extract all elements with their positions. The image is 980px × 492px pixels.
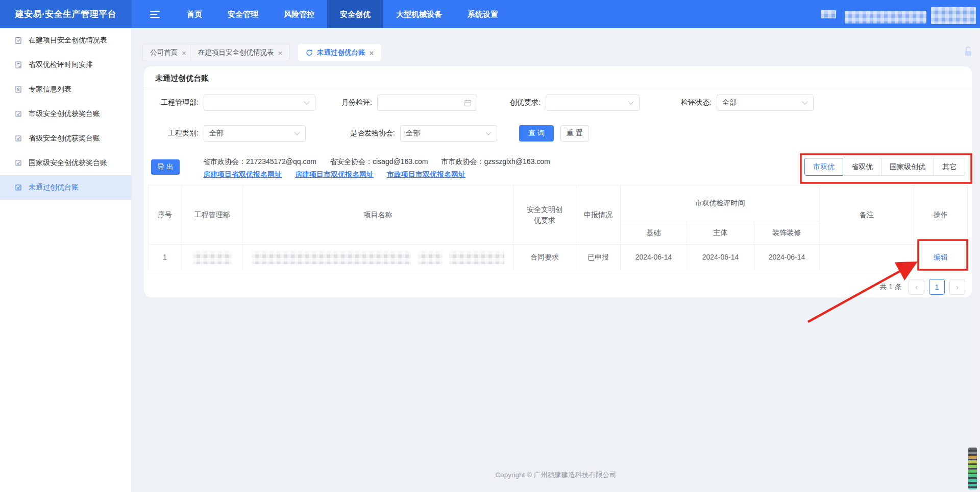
link-province-shuangyou-housing[interactable]: 房建项目省双优报名网址 — [203, 170, 282, 179]
nav-item-home[interactable]: 首页 — [174, 0, 215, 28]
category-tab-national[interactable]: 国家级创优 — [881, 158, 934, 176]
table-row: 1 合同要求 已申报 2024-06-14 2024-06-14 2024-06… — [149, 245, 968, 270]
redacted-dept — [193, 251, 232, 264]
sidebar-item-label: 国家级安全创优获奖台账 — [29, 158, 107, 168]
cell-main-date: 2024-06-14 — [687, 245, 754, 270]
nav-item-safety-management[interactable]: 安全管理 — [215, 0, 271, 28]
sent-to-association-select[interactable]: 全部 — [400, 125, 497, 142]
expert-doc-icon — [14, 85, 22, 93]
cell-project — [243, 245, 513, 270]
filter-label: 工程类别: — [155, 129, 199, 138]
chevron-down-icon — [628, 99, 633, 104]
link-city-shuangyou-municipal[interactable]: 市政项目市双优报名网址 — [387, 170, 465, 179]
edit-link[interactable]: 编辑 — [934, 253, 948, 261]
filter-month: 月份检评: — [324, 95, 477, 111]
refresh-icon[interactable] — [306, 49, 313, 56]
filter-sent-to-association: 是否发给协会: 全部 — [331, 125, 497, 142]
tab-label: 公司首页 — [150, 48, 178, 57]
link-city-shuangyou-housing[interactable]: 房建项目市双优报名网址 — [295, 170, 374, 179]
col-header-main: 主体 — [687, 221, 754, 245]
col-header-remark: 备注 — [820, 185, 914, 245]
tab-company-home[interactable]: 公司首页 × — [142, 44, 194, 61]
close-icon[interactable]: × — [370, 49, 374, 57]
sidebar-item-project-excellence-status[interactable]: 在建项目安全创优情况表 — [0, 28, 131, 53]
cell-remark — [820, 245, 914, 270]
filter-label: 创优要求: — [497, 98, 541, 107]
filter-requirement: 创优要求: — [497, 95, 640, 111]
nav-item-risk-control[interactable]: 风险管控 — [271, 0, 327, 28]
redacted-user-name[interactable] — [845, 11, 926, 24]
browser-extension-widget[interactable] — [968, 448, 977, 489]
nav-item-system-settings[interactable]: 系统设置 — [455, 0, 511, 28]
ledger-table: 序号 工程管理部 项目名称 安全文明创优要求 申报情况 市双优检评时间 备注 操… — [148, 185, 968, 270]
cell-base-date: 2024-06-14 — [621, 245, 687, 270]
filter-label: 工程管理部: — [155, 98, 199, 107]
nav-item-large-machinery[interactable]: 大型机械设备 — [383, 0, 455, 28]
tab-project-excellence-status[interactable]: 在建项目安全创优情况表 × — [190, 44, 290, 61]
redacted-project-name — [418, 251, 443, 264]
col-header-requirement: 安全文明创优要求 — [513, 185, 576, 245]
col-header-action: 操作 — [914, 185, 968, 245]
scrollbar-track[interactable] — [972, 28, 980, 492]
sidebar-item-review-schedule[interactable]: 省双优检评时间安排 — [0, 53, 131, 77]
tab-bar: 公司首页 × 在建项目安全创优情况表 × 未通过创优台账 × — [132, 28, 980, 61]
filter-label: 是否发给协会: — [331, 129, 395, 138]
reset-button[interactable]: 重 置 — [560, 125, 589, 142]
main-area: 公司首页 × 在建项目安全创优情况表 × 未通过创优台账 × 未通过创优台账 — [132, 28, 980, 492]
redacted-user-avatar[interactable] — [931, 7, 976, 24]
filter-dept: 工程管理部: — [155, 95, 315, 111]
pagination-prev-icon[interactable]: ‹ — [909, 279, 924, 295]
dept-select[interactable] — [204, 95, 315, 111]
schedule-doc-icon — [14, 61, 22, 69]
col-header-review-time-group: 市双优检评时间 — [621, 185, 820, 221]
nav-item-safety-excellence[interactable]: 安全创优 — [327, 0, 383, 28]
redacted-user-badge — [821, 10, 836, 18]
filter-review-status: 检评状态: 全部 — [668, 95, 814, 111]
sidebar-item-label: 在建项目安全创优情况表 — [29, 36, 107, 45]
close-icon[interactable]: × — [278, 49, 283, 57]
email-provincial-municipal: 省市政协会：2172345172@qq.com — [203, 157, 316, 167]
divider — [144, 89, 972, 89]
col-header-project: 项目名称 — [243, 185, 513, 245]
month-date-input[interactable] — [377, 95, 477, 111]
registration-links: 房建项目省双优报名网址 房建项目市双优报名网址 市政项目市双优报名网址 — [203, 170, 465, 179]
pagination-page-1[interactable]: 1 — [929, 279, 945, 295]
filter-label: 月份检评: — [324, 98, 372, 107]
calendar-icon — [464, 99, 472, 107]
collapse-sidebar-icon[interactable] — [150, 11, 160, 18]
category-tab-other[interactable]: 其它 — [934, 158, 965, 176]
clipboard-check-icon — [14, 36, 22, 44]
cell-requirement: 合同要求 — [513, 245, 576, 270]
close-icon[interactable]: × — [182, 49, 186, 57]
sidebar-item-city-award-ledger[interactable]: 市级安全创优获奖台账 — [0, 102, 131, 126]
ledger-check-icon — [14, 159, 22, 167]
col-header-base: 基础 — [621, 221, 687, 245]
tab-failed-excellence-ledger[interactable]: 未通过创优台账 × — [298, 44, 381, 61]
col-header-dept: 工程管理部 — [182, 185, 243, 245]
chevron-down-icon — [294, 129, 300, 135]
sidebar-item-expert-list[interactable]: 专家信息列表 — [0, 77, 131, 102]
pagination: 共 1 条 ‹ 1 › — [879, 279, 965, 295]
top-nav: 首页 安全管理 风险管控 安全创优 大型机械设备 系统设置 — [174, 0, 511, 28]
ledger-check-icon — [14, 110, 22, 118]
project-type-select[interactable]: 全部 — [204, 125, 306, 142]
pagination-next-icon[interactable]: › — [949, 279, 965, 295]
category-tab-province-shuangyou[interactable]: 省双优 — [843, 158, 881, 176]
col-header-decoration: 装饰装修 — [754, 221, 820, 245]
col-header-apply-status: 申报情况 — [576, 185, 621, 245]
category-tab-city-shuangyou[interactable]: 市双优 — [804, 158, 843, 176]
export-button[interactable]: 导 出 — [151, 159, 180, 175]
review-status-select[interactable]: 全部 — [717, 95, 814, 111]
select-value: 全部 — [406, 129, 420, 138]
email-city-municipal: 市市政协会：gzsszglxh@163.com — [441, 157, 550, 167]
requirement-select[interactable] — [546, 95, 640, 111]
sidebar-item-national-award-ledger[interactable]: 国家级安全创优获奖台账 — [0, 151, 131, 175]
cell-index: 1 — [149, 245, 182, 270]
sidebar-item-province-award-ledger[interactable]: 省级安全创优获奖台账 — [0, 126, 131, 151]
sidebar-item-failed-excellence-ledger[interactable]: 未通过创优台账 — [0, 175, 131, 200]
footer-copyright: Copyright © 广州穗建建造科技有限公司 — [132, 471, 980, 480]
chevron-down-icon — [485, 129, 491, 135]
sidebar-item-label: 省双优检评时间安排 — [29, 60, 93, 69]
sidebar-item-label: 市级安全创优获奖台账 — [29, 109, 100, 119]
search-button[interactable]: 查 询 — [519, 125, 554, 142]
